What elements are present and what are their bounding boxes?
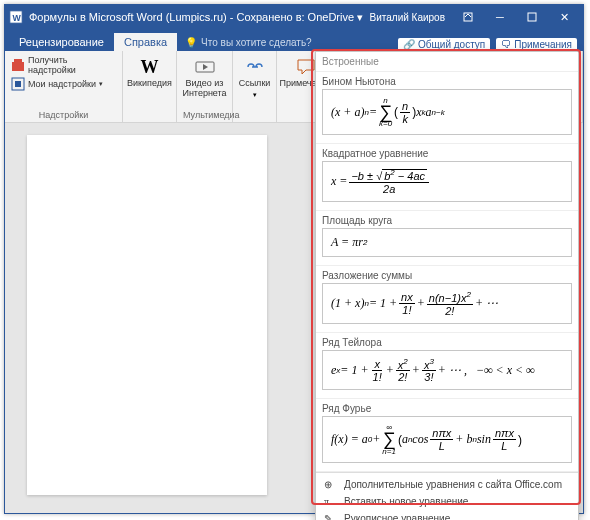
group-label-addins: Надстройки: [11, 110, 116, 120]
wikipedia-icon: W: [140, 57, 160, 77]
link-icon: [245, 57, 265, 77]
ink-icon: ✎: [324, 513, 338, 520]
dropdown-icon: ▾: [253, 91, 257, 99]
more-equations-office[interactable]: ⊕ Дополнительные уравнения с сайта Offic…: [316, 476, 578, 493]
window-title: Формулы в Microsoft Word (Lumpics.ru) - …: [29, 11, 370, 24]
svg-text:W: W: [13, 13, 22, 23]
online-video-button[interactable]: Видео из Интернета: [183, 55, 226, 101]
equation-name: Ряд Тейлора: [322, 337, 572, 348]
equation-fourier[interactable]: f(x) = a0 + ∞∑n=1 (an cos nπxL + bn sin …: [322, 416, 572, 462]
word-doc-icon: W: [9, 10, 23, 24]
share-button[interactable]: 🔗 Общий доступ: [398, 38, 490, 51]
svg-rect-4: [12, 62, 24, 71]
my-addins-button[interactable]: Мои надстройки ▾: [11, 77, 116, 91]
maximize-button[interactable]: [517, 7, 547, 27]
equation-circle-area[interactable]: A = πr2: [322, 228, 572, 257]
equation-name: Разложение суммы: [322, 270, 572, 281]
insert-new-equation[interactable]: π Вставить новое уравнение: [316, 493, 578, 510]
comment-bubble-icon: [296, 57, 316, 77]
svg-rect-5: [14, 59, 22, 63]
store-icon: [11, 58, 25, 72]
gallery-header: Встроенные: [316, 52, 578, 72]
video-icon: [195, 57, 215, 77]
close-button[interactable]: ✕: [549, 7, 579, 27]
equation-name: Квадратное уравнение: [322, 148, 572, 159]
share-icon: 🔗: [403, 39, 415, 50]
links-button[interactable]: Ссылки ▾: [239, 55, 270, 101]
ink-equation[interactable]: ✎ Рукописное уравнение: [316, 510, 578, 520]
equation-quadratic[interactable]: x = −b ± √b2 − 4ac2a: [322, 161, 572, 202]
get-addins-button[interactable]: Получить надстройки: [11, 55, 116, 75]
equation-name: Ряд Фурье: [322, 403, 572, 414]
addins-icon: [11, 77, 25, 91]
lightbulb-icon: 💡: [185, 37, 197, 48]
page[interactable]: [27, 135, 267, 495]
user-name: Виталий Каиров: [370, 12, 445, 23]
svg-rect-3: [528, 13, 536, 21]
comment-icon: 🗨: [501, 39, 511, 50]
svg-rect-7: [15, 81, 21, 87]
minimize-button[interactable]: ─: [485, 7, 515, 27]
group-label-media: Мультимедиа: [183, 110, 226, 120]
equation-name: Бином Ньютона: [322, 76, 572, 87]
wikipedia-button[interactable]: W Википедия: [129, 55, 170, 91]
dropdown-icon: ▾: [99, 80, 103, 88]
ribbon-collapse-button[interactable]: [453, 7, 483, 27]
equation-binomial[interactable]: (x + a)n = n∑k=0 (nk) xkan−k: [322, 89, 572, 135]
office-icon: ⊕: [324, 479, 338, 490]
equation-expansion[interactable]: (1 + x)n = 1 + nx1! + n(n−1)x22! + ⋯: [322, 283, 572, 324]
titlebar: W Формулы в Microsoft Word (Lumpics.ru) …: [5, 5, 583, 29]
pi-icon: π: [324, 496, 338, 507]
ribbon-tabs: Рецензирование Справка 💡 Что вы хотите с…: [5, 29, 583, 51]
equation-gallery-panel: Встроенные Бином Ньютона (x + a)n = n∑k=…: [315, 51, 579, 520]
tell-me-search[interactable]: 💡 Что вы хотите сделать?: [177, 34, 398, 51]
equation-taylor[interactable]: ex = 1 + x1! + x22! + x33! + ⋯ , −∞ < x …: [322, 350, 572, 391]
comments-button[interactable]: 🗨 Примечания: [496, 38, 577, 51]
equation-name: Площадь круга: [322, 215, 572, 226]
tab-help[interactable]: Справка: [114, 33, 177, 51]
tab-review[interactable]: Рецензирование: [9, 33, 114, 51]
